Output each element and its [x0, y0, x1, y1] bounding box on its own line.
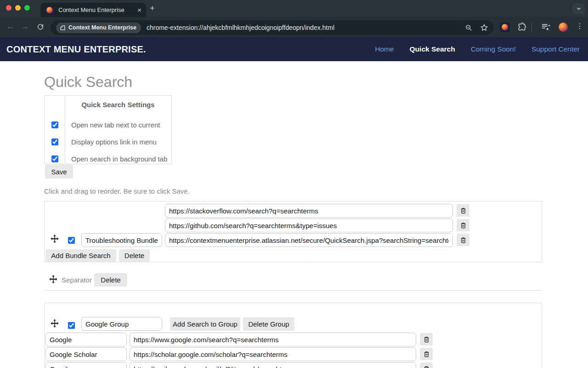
nav-links: Home Quick Search Coming Soon! Support C… — [375, 45, 580, 53]
group-section: Add Search to Group Delete Group — [44, 303, 542, 368]
delete-search-button[interactable] — [420, 348, 433, 360]
delete-search-button[interactable] — [420, 333, 433, 345]
site-navbar: CONTEXT MENU ENTERPRISE. Home Quick Sear… — [0, 37, 588, 61]
trash-icon — [460, 222, 467, 229]
url-text[interactable]: chrome-extension://ahjekcbfmlhkmhjedcoig… — [147, 24, 334, 31]
settings-table: Quick Search Settings Open new tab next … — [44, 95, 172, 164]
window-controls — [6, 5, 30, 11]
move-handle-icon[interactable] — [50, 234, 59, 243]
group-name-input[interactable] — [81, 317, 162, 331]
move-handle-icon[interactable] — [49, 275, 58, 284]
nav-link-quick-search[interactable]: Quick Search — [410, 45, 455, 53]
reorder-note: Click and drag to reorder. Be sure to cl… — [44, 187, 190, 195]
extension-chip-icon — [60, 25, 66, 31]
close-window-button[interactable] — [6, 5, 11, 11]
nav-link-home[interactable]: Home — [375, 45, 394, 53]
setting-label: Open search in background tab — [65, 155, 167, 163]
tab-search-button[interactable] — [572, 3, 585, 14]
delete-search-button[interactable] — [420, 362, 433, 368]
reload-button[interactable] — [37, 23, 44, 30]
bundle-url-input[interactable] — [165, 233, 453, 247]
add-bundle-search-button[interactable]: Add Bundle Search — [45, 249, 116, 262]
nav-link-coming-soon[interactable]: Coming Soon! — [471, 45, 516, 53]
bundle-enabled-checkbox[interactable] — [68, 237, 75, 244]
trash-icon — [423, 365, 430, 368]
search-name-input[interactable] — [45, 347, 127, 361]
forward-button[interactable]: → — [21, 22, 29, 31]
bundle-url-input[interactable] — [165, 218, 453, 232]
site-brand[interactable]: CONTEXT MENU ENTERPRISE. — [6, 44, 146, 55]
search-url-input[interactable] — [130, 347, 416, 361]
back-button[interactable]: ← — [6, 22, 14, 31]
toolbar-divider — [531, 23, 532, 32]
save-button[interactable]: Save — [45, 165, 73, 178]
trash-icon — [460, 207, 467, 214]
bookmark-star-icon[interactable] — [480, 23, 488, 32]
browser-window: Context Menu Enterprise × + ← → Context … — [0, 0, 588, 368]
nav-link-support-center[interactable]: Support Center — [531, 45, 580, 53]
setting-checkbox-new-tab[interactable] — [51, 121, 58, 128]
separator-rule — [44, 290, 542, 291]
profile-avatar[interactable] — [559, 23, 568, 32]
setting-label: Open new tab next to current — [65, 121, 160, 129]
setting-checkbox-background-tab[interactable] — [51, 155, 58, 162]
separator-label: Separator — [62, 276, 92, 284]
extension-chip-label: Context Menu Enterprise — [68, 24, 136, 31]
settings-header: Quick Search Settings — [65, 96, 171, 113]
extension-logo-icon — [502, 24, 508, 30]
maximize-window-button[interactable] — [24, 5, 30, 11]
tab-close-icon[interactable]: × — [137, 6, 141, 14]
extension-name-chip[interactable]: Context Menu Enterprise — [56, 23, 141, 33]
browser-menu-button[interactable]: ⋮ — [576, 22, 583, 30]
setting-checkbox-options-link[interactable] — [51, 138, 58, 145]
delete-url-button[interactable] — [457, 234, 469, 246]
setting-row: Display options link in menu — [45, 133, 171, 150]
search-name-input[interactable] — [45, 333, 127, 346]
tab-favicon — [45, 6, 54, 15]
delete-url-button[interactable] — [457, 204, 469, 217]
page-title: Quick Search — [44, 74, 132, 91]
delete-url-button[interactable] — [457, 219, 469, 231]
new-tab-button[interactable]: + — [150, 3, 155, 13]
browser-tab[interactable]: Context Menu Enterprise × — [40, 3, 146, 17]
group-enabled-checkbox[interactable] — [68, 322, 75, 329]
delete-group-button[interactable]: Delete Group — [243, 317, 294, 331]
bundle-url-input[interactable] — [165, 204, 453, 218]
setting-row: Open new tab next to current — [45, 116, 171, 133]
trash-icon — [423, 351, 430, 358]
bundle-name-input[interactable] — [81, 233, 162, 247]
pinned-extension-button[interactable] — [500, 22, 510, 32]
delete-bundle-button[interactable]: Delete — [119, 249, 150, 262]
bundle-section: Add Bundle Search Delete — [44, 201, 542, 262]
tab-strip: Context Menu Enterprise × + — [0, 0, 588, 17]
move-handle-icon[interactable] — [50, 319, 59, 328]
add-search-to-group-button[interactable]: Add Search to Group — [170, 317, 240, 331]
zoom-icon[interactable] — [465, 24, 473, 32]
search-name-input[interactable] — [45, 362, 127, 368]
address-bar[interactable]: Context Menu Enterprise chrome-extension… — [51, 20, 494, 35]
delete-separator-button[interactable]: Delete — [94, 273, 127, 287]
setting-label: Display options link in menu — [65, 138, 157, 146]
trash-icon — [460, 236, 467, 244]
media-controls-icon[interactable] — [541, 22, 551, 32]
minimize-window-button[interactable] — [15, 5, 21, 11]
trash-icon — [423, 336, 430, 343]
search-url-input[interactable] — [130, 333, 416, 346]
extensions-puzzle-icon[interactable] — [517, 22, 526, 32]
tab-title: Context Menu Enterprise — [58, 6, 134, 13]
search-url-input[interactable] — [130, 362, 416, 368]
chevron-down-icon — [576, 6, 582, 12]
